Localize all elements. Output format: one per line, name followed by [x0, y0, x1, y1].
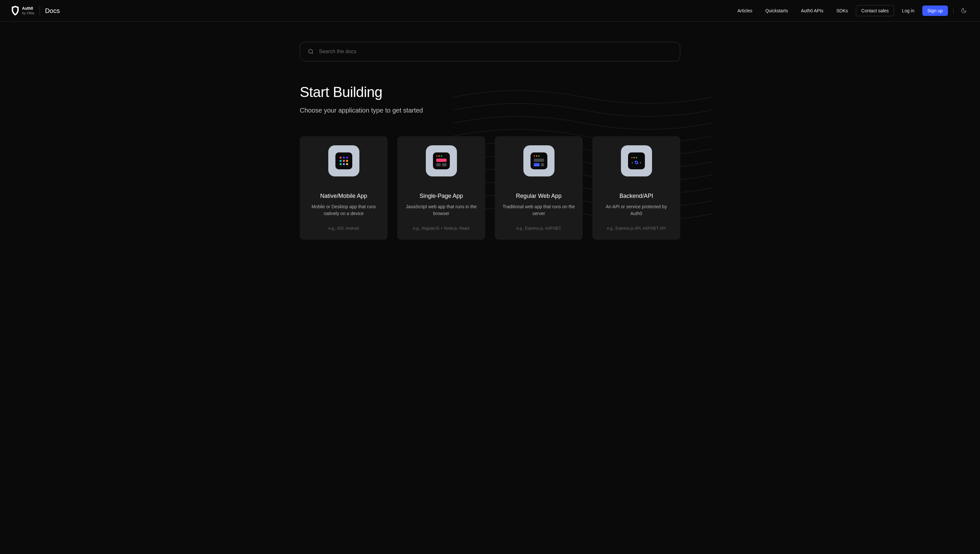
search-input[interactable] — [319, 49, 672, 54]
nav-articles[interactable]: Articles — [732, 5, 758, 16]
card-title: Backend/API — [619, 193, 653, 200]
card-backend-api[interactable]: ‹ › Backend/API An API or service protec… — [592, 136, 680, 240]
card-spa[interactable]: Single-Page App JavaScript web app that … — [397, 136, 485, 240]
native-app-icon — [336, 152, 352, 169]
docs-label[interactable]: Docs — [45, 7, 60, 14]
card-icon-box — [523, 145, 555, 176]
logo-area: Auth0 by Okta Docs — [11, 6, 60, 16]
svg-line-1 — [312, 53, 313, 54]
card-desc: Mobile or Desktop app that runs natively… — [307, 203, 380, 217]
nav: Articles Quickstarts Auth0 APIs SDKs Con… — [732, 5, 969, 16]
hero: Start Building Choose your application t… — [300, 84, 680, 240]
hero-title: Start Building — [300, 84, 680, 100]
card-icon-box: ‹ › — [621, 145, 652, 176]
auth0-logo[interactable]: Auth0 by Okta — [11, 6, 34, 16]
card-native-mobile[interactable]: Native/Mobile App Mobile or Desktop app … — [300, 136, 388, 240]
card-icon-box — [328, 145, 360, 176]
cards-grid: Native/Mobile App Mobile or Desktop app … — [300, 136, 680, 240]
logo-text: Auth0 by Okta — [22, 6, 34, 14]
card-desc: JavaScript web app that runs in the brow… — [405, 203, 477, 217]
gear-icon — [634, 160, 639, 165]
nav-separator — [953, 8, 953, 14]
card-eg: e.g., AngularJS + Node.js, React — [413, 226, 469, 231]
contact-sales-button[interactable]: Contact sales — [856, 5, 894, 16]
card-icon-box — [426, 145, 457, 176]
api-icon: ‹ › — [628, 152, 645, 169]
svg-point-0 — [309, 49, 312, 53]
search-box[interactable] — [300, 42, 680, 61]
logo-byline: by Okta — [22, 11, 34, 15]
hero-subtitle: Choose your application type to get star… — [300, 107, 680, 114]
card-desc: An API or service protected by Auth0 — [600, 203, 673, 217]
header: Auth0 by Okta Docs Articles Quickstarts … — [0, 0, 980, 22]
spa-icon — [433, 152, 450, 169]
card-eg: e.g., iOS, Android — [328, 226, 359, 231]
card-web-app[interactable]: Regular Web App Traditional web app that… — [495, 136, 583, 240]
signup-button[interactable]: Sign up — [922, 5, 948, 16]
nav-auth0-apis[interactable]: Auth0 APIs — [795, 5, 828, 16]
search-wrapper — [300, 42, 680, 61]
web-app-icon — [530, 152, 547, 169]
card-desc: Traditional web app that runs on the ser… — [503, 203, 575, 217]
logo-name: Auth0 — [22, 6, 34, 11]
moon-icon — [961, 8, 967, 14]
nav-sdks[interactable]: SDKs — [831, 5, 853, 16]
login-link[interactable]: Log in — [897, 5, 920, 16]
nav-quickstarts[interactable]: Quickstarts — [760, 5, 793, 16]
card-eg: e.g., Express.js, ASP.NET — [517, 226, 561, 231]
card-title: Regular Web App — [516, 193, 562, 200]
shield-icon — [11, 6, 19, 16]
card-title: Single-Page App — [419, 193, 463, 200]
logo-divider — [40, 6, 40, 15]
card-eg: e.g., Express.js API, ASP.NET API — [607, 226, 666, 231]
search-icon — [308, 49, 314, 54]
card-title: Native/Mobile App — [320, 193, 367, 200]
theme-toggle[interactable] — [959, 5, 969, 16]
